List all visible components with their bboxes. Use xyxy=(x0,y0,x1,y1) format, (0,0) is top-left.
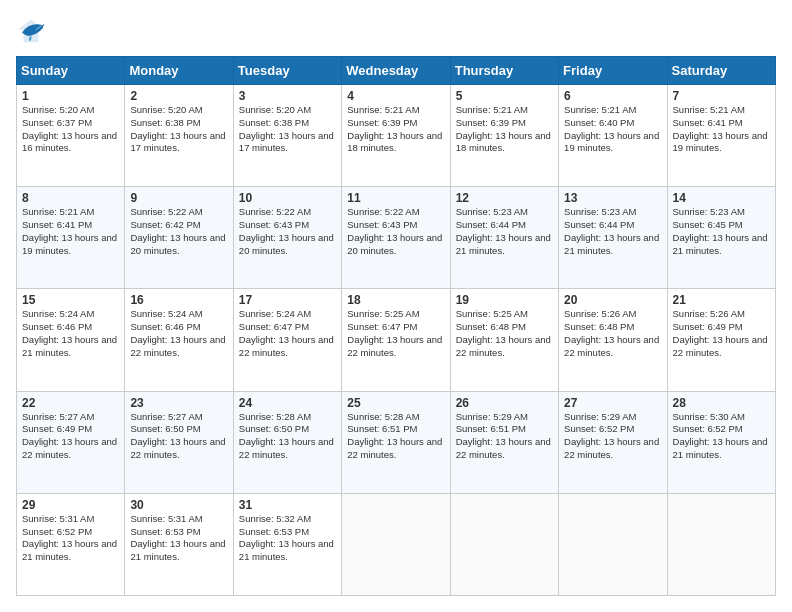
day-number: 20 xyxy=(564,293,661,307)
cell-content: Sunrise: 5:30 AMSunset: 6:52 PMDaylight:… xyxy=(673,411,770,462)
calendar-table: SundayMondayTuesdayWednesdayThursdayFrid… xyxy=(16,56,776,596)
cell-content: Sunrise: 5:21 AMSunset: 6:41 PMDaylight:… xyxy=(673,104,770,155)
cell-content: Sunrise: 5:24 AMSunset: 6:46 PMDaylight:… xyxy=(22,308,119,359)
week-row-1: 1Sunrise: 5:20 AMSunset: 6:37 PMDaylight… xyxy=(17,85,776,187)
day-number: 11 xyxy=(347,191,444,205)
page: SundayMondayTuesdayWednesdayThursdayFrid… xyxy=(0,0,792,612)
day-number: 27 xyxy=(564,396,661,410)
calendar-cell: 31Sunrise: 5:32 AMSunset: 6:53 PMDayligh… xyxy=(233,493,341,595)
day-number: 4 xyxy=(347,89,444,103)
calendar-cell: 19Sunrise: 5:25 AMSunset: 6:48 PMDayligh… xyxy=(450,289,558,391)
header xyxy=(16,16,776,46)
cell-content: Sunrise: 5:20 AMSunset: 6:37 PMDaylight:… xyxy=(22,104,119,155)
cell-content: Sunrise: 5:27 AMSunset: 6:49 PMDaylight:… xyxy=(22,411,119,462)
calendar-cell: 24Sunrise: 5:28 AMSunset: 6:50 PMDayligh… xyxy=(233,391,341,493)
col-header-thursday: Thursday xyxy=(450,57,558,85)
day-number: 6 xyxy=(564,89,661,103)
day-number: 13 xyxy=(564,191,661,205)
cell-content: Sunrise: 5:24 AMSunset: 6:46 PMDaylight:… xyxy=(130,308,227,359)
col-header-monday: Monday xyxy=(125,57,233,85)
cell-content: Sunrise: 5:24 AMSunset: 6:47 PMDaylight:… xyxy=(239,308,336,359)
cell-content: Sunrise: 5:21 AMSunset: 6:39 PMDaylight:… xyxy=(347,104,444,155)
week-row-2: 8Sunrise: 5:21 AMSunset: 6:41 PMDaylight… xyxy=(17,187,776,289)
cell-content: Sunrise: 5:26 AMSunset: 6:49 PMDaylight:… xyxy=(673,308,770,359)
calendar-cell: 12Sunrise: 5:23 AMSunset: 6:44 PMDayligh… xyxy=(450,187,558,289)
calendar-cell: 29Sunrise: 5:31 AMSunset: 6:52 PMDayligh… xyxy=(17,493,125,595)
col-header-wednesday: Wednesday xyxy=(342,57,450,85)
cell-content: Sunrise: 5:27 AMSunset: 6:50 PMDaylight:… xyxy=(130,411,227,462)
day-number: 2 xyxy=(130,89,227,103)
cell-content: Sunrise: 5:21 AMSunset: 6:40 PMDaylight:… xyxy=(564,104,661,155)
day-number: 10 xyxy=(239,191,336,205)
day-number: 26 xyxy=(456,396,553,410)
day-number: 16 xyxy=(130,293,227,307)
calendar-cell: 27Sunrise: 5:29 AMSunset: 6:52 PMDayligh… xyxy=(559,391,667,493)
day-number: 3 xyxy=(239,89,336,103)
calendar-cell: 11Sunrise: 5:22 AMSunset: 6:43 PMDayligh… xyxy=(342,187,450,289)
calendar-cell: 20Sunrise: 5:26 AMSunset: 6:48 PMDayligh… xyxy=(559,289,667,391)
calendar-cell: 28Sunrise: 5:30 AMSunset: 6:52 PMDayligh… xyxy=(667,391,775,493)
calendar-cell: 8Sunrise: 5:21 AMSunset: 6:41 PMDaylight… xyxy=(17,187,125,289)
week-row-3: 15Sunrise: 5:24 AMSunset: 6:46 PMDayligh… xyxy=(17,289,776,391)
cell-content: Sunrise: 5:21 AMSunset: 6:39 PMDaylight:… xyxy=(456,104,553,155)
calendar-cell: 2Sunrise: 5:20 AMSunset: 6:38 PMDaylight… xyxy=(125,85,233,187)
cell-content: Sunrise: 5:31 AMSunset: 6:52 PMDaylight:… xyxy=(22,513,119,564)
calendar-cell: 9Sunrise: 5:22 AMSunset: 6:42 PMDaylight… xyxy=(125,187,233,289)
calendar-cell xyxy=(559,493,667,595)
day-number: 29 xyxy=(22,498,119,512)
calendar-cell: 4Sunrise: 5:21 AMSunset: 6:39 PMDaylight… xyxy=(342,85,450,187)
cell-content: Sunrise: 5:29 AMSunset: 6:52 PMDaylight:… xyxy=(564,411,661,462)
col-header-friday: Friday xyxy=(559,57,667,85)
cell-content: Sunrise: 5:20 AMSunset: 6:38 PMDaylight:… xyxy=(239,104,336,155)
day-number: 12 xyxy=(456,191,553,205)
day-number: 1 xyxy=(22,89,119,103)
cell-content: Sunrise: 5:23 AMSunset: 6:44 PMDaylight:… xyxy=(456,206,553,257)
week-row-4: 22Sunrise: 5:27 AMSunset: 6:49 PMDayligh… xyxy=(17,391,776,493)
header-row: SundayMondayTuesdayWednesdayThursdayFrid… xyxy=(17,57,776,85)
day-number: 28 xyxy=(673,396,770,410)
calendar-cell: 1Sunrise: 5:20 AMSunset: 6:37 PMDaylight… xyxy=(17,85,125,187)
cell-content: Sunrise: 5:21 AMSunset: 6:41 PMDaylight:… xyxy=(22,206,119,257)
day-number: 15 xyxy=(22,293,119,307)
day-number: 17 xyxy=(239,293,336,307)
cell-content: Sunrise: 5:22 AMSunset: 6:43 PMDaylight:… xyxy=(239,206,336,257)
calendar-cell: 17Sunrise: 5:24 AMSunset: 6:47 PMDayligh… xyxy=(233,289,341,391)
calendar-cell: 6Sunrise: 5:21 AMSunset: 6:40 PMDaylight… xyxy=(559,85,667,187)
day-number: 7 xyxy=(673,89,770,103)
calendar-cell: 13Sunrise: 5:23 AMSunset: 6:44 PMDayligh… xyxy=(559,187,667,289)
col-header-saturday: Saturday xyxy=(667,57,775,85)
cell-content: Sunrise: 5:22 AMSunset: 6:42 PMDaylight:… xyxy=(130,206,227,257)
week-row-5: 29Sunrise: 5:31 AMSunset: 6:52 PMDayligh… xyxy=(17,493,776,595)
cell-content: Sunrise: 5:23 AMSunset: 6:44 PMDaylight:… xyxy=(564,206,661,257)
calendar-cell xyxy=(450,493,558,595)
cell-content: Sunrise: 5:26 AMSunset: 6:48 PMDaylight:… xyxy=(564,308,661,359)
calendar-cell xyxy=(342,493,450,595)
calendar-cell: 10Sunrise: 5:22 AMSunset: 6:43 PMDayligh… xyxy=(233,187,341,289)
cell-content: Sunrise: 5:25 AMSunset: 6:48 PMDaylight:… xyxy=(456,308,553,359)
calendar-cell: 25Sunrise: 5:28 AMSunset: 6:51 PMDayligh… xyxy=(342,391,450,493)
calendar-cell: 26Sunrise: 5:29 AMSunset: 6:51 PMDayligh… xyxy=(450,391,558,493)
day-number: 23 xyxy=(130,396,227,410)
cell-content: Sunrise: 5:23 AMSunset: 6:45 PMDaylight:… xyxy=(673,206,770,257)
day-number: 9 xyxy=(130,191,227,205)
day-number: 31 xyxy=(239,498,336,512)
calendar-cell xyxy=(667,493,775,595)
day-number: 14 xyxy=(673,191,770,205)
logo xyxy=(16,16,50,46)
day-number: 8 xyxy=(22,191,119,205)
cell-content: Sunrise: 5:25 AMSunset: 6:47 PMDaylight:… xyxy=(347,308,444,359)
calendar-cell: 18Sunrise: 5:25 AMSunset: 6:47 PMDayligh… xyxy=(342,289,450,391)
cell-content: Sunrise: 5:20 AMSunset: 6:38 PMDaylight:… xyxy=(130,104,227,155)
day-number: 30 xyxy=(130,498,227,512)
calendar-cell: 3Sunrise: 5:20 AMSunset: 6:38 PMDaylight… xyxy=(233,85,341,187)
cell-content: Sunrise: 5:29 AMSunset: 6:51 PMDaylight:… xyxy=(456,411,553,462)
day-number: 5 xyxy=(456,89,553,103)
cell-content: Sunrise: 5:28 AMSunset: 6:51 PMDaylight:… xyxy=(347,411,444,462)
cell-content: Sunrise: 5:28 AMSunset: 6:50 PMDaylight:… xyxy=(239,411,336,462)
col-header-sunday: Sunday xyxy=(17,57,125,85)
calendar-cell: 5Sunrise: 5:21 AMSunset: 6:39 PMDaylight… xyxy=(450,85,558,187)
cell-content: Sunrise: 5:31 AMSunset: 6:53 PMDaylight:… xyxy=(130,513,227,564)
cell-content: Sunrise: 5:32 AMSunset: 6:53 PMDaylight:… xyxy=(239,513,336,564)
day-number: 21 xyxy=(673,293,770,307)
logo-icon xyxy=(16,16,46,46)
